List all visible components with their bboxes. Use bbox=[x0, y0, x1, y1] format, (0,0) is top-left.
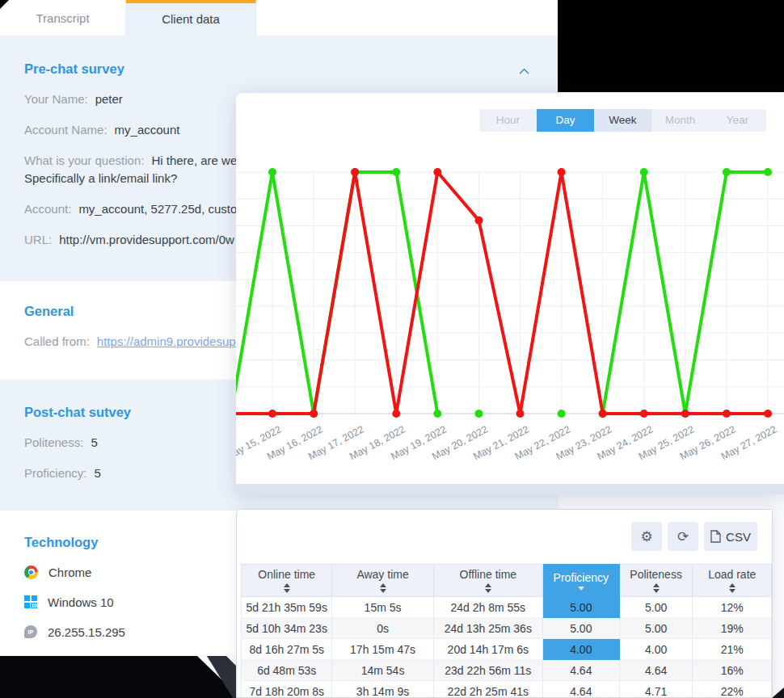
sort-arrows-icon bbox=[485, 583, 491, 593]
table-row: 5d 10h 34m 23s0s24d 13h 25m 36s5.005.001… bbox=[242, 618, 772, 639]
statistics-table-panel: ⚙ ⟳ CSV Online timeAway timeOffline time… bbox=[236, 509, 773, 698]
table-cell: 4.00 bbox=[619, 639, 693, 660]
field-value: 5 bbox=[91, 435, 97, 449]
table-cell: 24d 2h 8m 55s bbox=[433, 597, 542, 618]
field-label: Your Name: bbox=[24, 92, 88, 106]
table-cell: 5.00 bbox=[542, 618, 619, 639]
chrome-icon bbox=[24, 566, 38, 579]
field-value: my_account bbox=[115, 123, 180, 137]
table-toolbar: ⚙ ⟳ CSV bbox=[631, 522, 757, 551]
table-cell: 6d 48m 53s bbox=[242, 660, 332, 681]
refresh-button[interactable]: ⟳ bbox=[668, 522, 698, 551]
table-header-row: Online timeAway timeOffline timeProficie… bbox=[242, 565, 772, 597]
period-tab-year[interactable]: Year bbox=[709, 109, 766, 132]
sort-arrows-icon bbox=[578, 587, 584, 591]
settings-button[interactable]: ⚙ bbox=[631, 522, 662, 551]
table-cell: 4.00 bbox=[542, 639, 619, 660]
column-header-offline-time[interactable]: Offline time bbox=[433, 565, 542, 597]
document-icon bbox=[710, 530, 721, 543]
table-cell: 5.00 bbox=[542, 597, 619, 618]
black-corner-bottom-right bbox=[772, 687, 784, 698]
statistics-chart-panel: May 15, 2022May 16, 2022May 17, 2022May … bbox=[236, 93, 784, 494]
black-background-bottom-left bbox=[0, 656, 241, 698]
table-cell: 22d 2h 25m 41s bbox=[433, 681, 542, 698]
field-label: Account Name: bbox=[24, 123, 107, 137]
table-cell: 24d 13h 25m 36s bbox=[433, 618, 542, 639]
table-row: 7d 18h 20m 8s3h 14m 9s22d 2h 25m 41s4.64… bbox=[242, 681, 772, 698]
column-header-away-time[interactable]: Away time bbox=[332, 565, 433, 597]
refresh-icon: ⟳ bbox=[677, 528, 689, 545]
column-label: Load rate bbox=[708, 568, 756, 581]
table-cell: 0s bbox=[332, 618, 433, 639]
column-header-load-rate[interactable]: Load rate bbox=[693, 565, 772, 597]
field-value: http://vm.providesupport.com/0w bbox=[59, 233, 234, 246]
column-header-proficiency[interactable]: Proficiency bbox=[542, 565, 619, 597]
table-row: 5d 21h 35m 59s15m 5s24d 2h 8m 55s5.005.0… bbox=[242, 597, 772, 618]
field-link[interactable]: https://admin9.providesup bbox=[97, 334, 236, 348]
field-label: What is your question: bbox=[24, 153, 144, 167]
windows-icon: 10 bbox=[24, 595, 37, 608]
table-cell: 4.64 bbox=[542, 681, 619, 698]
tech-item-label: Chrome bbox=[48, 566, 91, 579]
table-cell: 15m 5s bbox=[332, 597, 433, 618]
table-cell: 5d 21h 35m 59s bbox=[242, 597, 332, 618]
field-row: What is your question:Hi there, are weSp… bbox=[24, 152, 241, 187]
ip-icon: IP bbox=[24, 625, 37, 638]
table-cell: 22% bbox=[693, 681, 772, 698]
field-label: Called from: bbox=[24, 334, 90, 348]
column-label: Politeness bbox=[630, 568, 682, 581]
column-label: Offline time bbox=[460, 568, 517, 581]
black-corner-top-left bbox=[0, 0, 9, 9]
field-value: 5 bbox=[95, 466, 101, 480]
table-row: 8d 16h 27m 5s17h 15m 47s20d 14h 17m 6s4.… bbox=[242, 639, 772, 660]
period-tab-week[interactable]: Week bbox=[594, 109, 651, 132]
table-cell: 21% bbox=[693, 639, 772, 660]
tech-item-label: Windows 10 bbox=[48, 595, 114, 609]
column-label: Away time bbox=[356, 568, 408, 581]
tech-item-label: 26.255.15.295 bbox=[48, 625, 125, 639]
field-label: Proficiency: bbox=[24, 466, 87, 480]
table-cell: 5.00 bbox=[619, 597, 693, 618]
column-header-online-time[interactable]: Online time bbox=[242, 565, 332, 597]
collapse-section-button[interactable] bbox=[517, 65, 530, 77]
table-cell: 20d 14h 17m 6s bbox=[433, 639, 542, 660]
period-tab-day[interactable]: Day bbox=[537, 109, 594, 132]
field-label: Politeness: bbox=[24, 435, 83, 449]
table-cell: 14m 54s bbox=[332, 660, 433, 681]
tab-client-data[interactable]: Client data bbox=[126, 0, 256, 36]
table-cell: 23d 22h 56m 11s bbox=[433, 660, 542, 681]
table-cell: 4.64 bbox=[542, 660, 619, 681]
export-csv-button[interactable]: CSV bbox=[704, 522, 757, 551]
csv-label: CSV bbox=[726, 530, 751, 544]
gear-icon: ⚙ bbox=[640, 528, 652, 545]
chevron-up-icon bbox=[519, 68, 529, 78]
table-cell: 12% bbox=[693, 597, 772, 618]
column-label: Online time bbox=[258, 568, 315, 581]
agents-stats-table: Online timeAway timeOffline timeProficie… bbox=[241, 564, 772, 698]
table-cell: 4.64 bbox=[619, 660, 693, 681]
sort-arrows-icon bbox=[284, 583, 290, 593]
column-header-politeness[interactable]: Politeness bbox=[619, 565, 693, 597]
sort-arrows-icon bbox=[729, 583, 736, 593]
section-title: Pre-chat survey bbox=[24, 60, 558, 78]
table-row: 6d 48m 53s14m 54s23d 22h 56m 11s4.644.64… bbox=[242, 660, 772, 681]
period-tab-hour[interactable]: Hour bbox=[479, 109, 537, 132]
table-cell: 19% bbox=[693, 618, 772, 639]
period-tab-group: HourDayWeekMonthYear bbox=[479, 109, 766, 132]
table-cell: 3h 14m 9s bbox=[332, 681, 433, 698]
table-cell: 4.71 bbox=[619, 681, 693, 698]
period-tab-month[interactable]: Month bbox=[651, 109, 709, 132]
field-label: Account: bbox=[24, 202, 71, 216]
column-label: Proficiency bbox=[554, 571, 609, 584]
sort-arrows-icon bbox=[380, 583, 386, 593]
horizontal-scrollbar[interactable] bbox=[236, 484, 784, 494]
table-cell: 16% bbox=[693, 660, 772, 681]
table-cell: 5.00 bbox=[619, 618, 693, 639]
tab-transcript[interactable]: Transcript bbox=[0, 0, 126, 36]
table-cell: 5d 10h 34m 23s bbox=[242, 618, 332, 639]
sort-arrows-icon bbox=[653, 583, 660, 593]
field-value: my_account, 5277.25d, custor bbox=[78, 202, 241, 216]
table-cell: 8d 16h 27m 5s bbox=[242, 639, 332, 660]
table-cell: 7d 18h 20m 8s bbox=[242, 681, 332, 698]
field-value: peter bbox=[95, 92, 123, 106]
